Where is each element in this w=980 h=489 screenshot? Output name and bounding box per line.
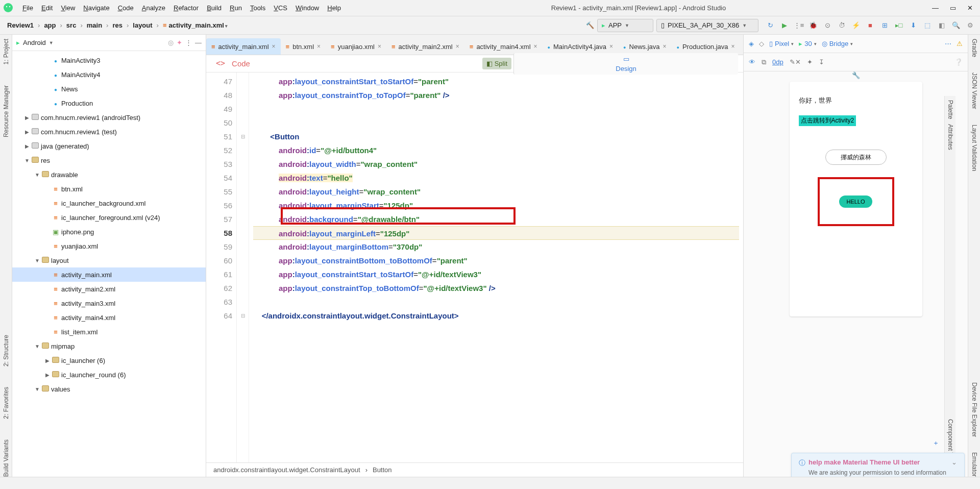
menu-window[interactable]: Window — [291, 2, 323, 14]
close-tab-icon[interactable]: × — [609, 43, 613, 50]
close-tab-icon[interactable]: × — [317, 43, 321, 50]
tree-node[interactable]: activity_main3.xml — [12, 296, 206, 310]
tree-node[interactable]: ▶java (generated) — [12, 139, 206, 153]
tree-node[interactable]: ▶com.hnucm.review1 (androidTest) — [12, 110, 206, 125]
attach-icon[interactable]: ⚡ — [851, 21, 861, 30]
gradle-tab[interactable]: Gradle — [971, 39, 978, 57]
tree-node[interactable]: ▼mipmap — [12, 339, 206, 353]
editor-tab[interactable]: activity_main2.xml× — [386, 38, 464, 55]
design-mode-button[interactable]: ▭ Design — [513, 53, 738, 75]
tree-node[interactable]: activity_main2.xml — [12, 282, 206, 296]
tree-node[interactable]: ic_launcher_foreground.xml (v24) — [12, 210, 206, 225]
more-icon[interactable]: ⋯ — [945, 40, 951, 47]
breadcrumb-item[interactable]: Review1 — [5, 20, 36, 31]
layout-validation-tab[interactable]: Layout Validation — [971, 125, 978, 171]
structure-tab[interactable]: 2: Structure — [3, 335, 10, 366]
menu-run[interactable]: Run — [226, 2, 246, 14]
editor-tab[interactable]: News.java× — [618, 38, 671, 55]
menu-tools[interactable]: Tools — [246, 2, 270, 14]
tree-node[interactable]: yuanjiao.xml — [12, 239, 206, 253]
tree-twisty-icon[interactable]: ▶ — [44, 358, 51, 363]
json-viewer-tab[interactable]: JSON Viewer — [971, 72, 978, 109]
tree-node[interactable]: iphone.png — [12, 225, 206, 239]
emulator-tab[interactable]: Emulator — [971, 452, 978, 477]
menu-refactor[interactable]: Refactor — [169, 2, 203, 14]
tree-node[interactable]: ▼drawable — [12, 167, 206, 182]
breadcrumb-item[interactable]: src — [64, 20, 79, 31]
tree-node[interactable]: Production — [12, 96, 206, 110]
close-button[interactable]: ✕ — [967, 4, 973, 12]
magnet-icon[interactable]: ⧉ — [762, 58, 766, 66]
api-picker[interactable]: ▸ 30 ▾ — [799, 40, 816, 47]
breadcrumb-item[interactable]: res — [110, 20, 125, 31]
debug-icon[interactable]: 🐞 — [808, 21, 818, 30]
close-tab-icon[interactable]: × — [731, 43, 735, 50]
sdk-icon[interactable]: ⬇ — [909, 21, 918, 30]
tree-node[interactable]: ▼layout — [12, 253, 206, 267]
coverage-icon[interactable]: ⊙ — [823, 21, 832, 30]
tree-twisty-icon[interactable]: ▼ — [34, 258, 41, 263]
editor-tab[interactable]: btn.xml× — [281, 38, 326, 55]
tree-twisty-icon[interactable]: ▶ — [44, 372, 51, 378]
tree-node[interactable]: activity_main4.xml — [12, 310, 206, 325]
collapse-icon[interactable]: ✦ — [177, 39, 182, 46]
zoom-in-icon[interactable]: ＋ — [933, 438, 939, 448]
settings-icon[interactable]: ⚙ — [966, 21, 975, 30]
run-icon[interactable]: ▶ — [780, 21, 789, 30]
options-icon[interactable]: ⋮ — [185, 39, 192, 46]
editor-tab[interactable]: activity_main4.xml× — [464, 38, 543, 55]
device-picker[interactable]: ▯ Pixel ▾ — [769, 40, 794, 47]
menu-file[interactable]: File — [18, 2, 37, 14]
menu-navigate[interactable]: Navigate — [79, 2, 113, 14]
profile-icon[interactable]: ⏱ — [837, 21, 846, 30]
project-tree[interactable]: MainActivity3MainActivity4NewsProduction… — [12, 51, 206, 477]
breadcrumbs[interactable]: Review1›app›src›main›res›layout›≡activit… — [5, 20, 586, 31]
design-canvas[interactable]: 🔧 你好，世界 点击跳转到Activity2 挪威的森林 HELLO ＋ － 🔍 — [744, 71, 968, 477]
fold-column[interactable]: ⊟⊟ — [237, 72, 249, 462]
tree-node[interactable]: ▼values — [12, 382, 206, 396]
view-icon[interactable]: 👁 — [749, 58, 755, 66]
avd-icon[interactable]: ▸□ — [894, 21, 903, 30]
device-explorer-tab[interactable]: Device File Explorer — [971, 382, 978, 437]
project-view-selector[interactable]: Android — [23, 39, 46, 46]
minimize-button[interactable]: — — [932, 4, 939, 12]
editor-tab[interactable]: Production.java× — [672, 38, 740, 55]
tree-twisty-icon[interactable]: ▶ — [23, 143, 31, 149]
search-icon[interactable]: 🔍 — [951, 21, 961, 30]
tree-node[interactable]: ic_launcher_background.xml — [12, 196, 206, 210]
tree-node[interactable]: ▶ic_launcher_round (6) — [12, 368, 206, 382]
menu-build[interactable]: Build — [203, 2, 226, 14]
attributes-tab[interactable]: Attributes — [947, 124, 954, 150]
breadcrumb-item[interactable]: ≡activity_main.xml ▾ — [161, 20, 230, 31]
editor-tab[interactable]: activity_main.xml× — [206, 38, 281, 55]
build-variants-tab[interactable]: Build Variants — [3, 439, 10, 477]
tree-twisty-icon[interactable]: ▶ — [23, 115, 31, 120]
tree-node[interactable]: News — [12, 82, 206, 96]
tree-node[interactable]: ▼res — [12, 153, 206, 167]
code-mode-button[interactable]: <> Code — [211, 54, 480, 73]
code-area[interactable]: 474849505152535455565758596061626364 ⊟⊟ … — [206, 72, 743, 462]
resource-manager-tab[interactable]: Resource Manager — [3, 85, 10, 137]
hammer-icon[interactable]: 🔨 — [586, 21, 594, 29]
palette-tab[interactable]: Palette — [947, 100, 954, 119]
editor-tab[interactable]: MainActivity4.java× — [543, 38, 619, 55]
menu-help[interactable]: Help — [323, 2, 345, 14]
breadcrumb-item[interactable]: main — [85, 20, 104, 31]
align-icon[interactable]: ↧ — [819, 58, 824, 66]
breadcrumb-item[interactable]: layout — [131, 20, 154, 31]
project-tool-tab[interactable]: 1: Project — [3, 39, 10, 65]
tree-node[interactable]: list_item.xml — [12, 325, 206, 339]
tree-twisty-icon[interactable]: ▼ — [34, 344, 41, 349]
menu-view[interactable]: View — [57, 2, 79, 14]
chevron-down-icon[interactable]: ⌄ — [951, 458, 957, 466]
debug-step-icon[interactable]: ⋮≡ — [794, 21, 803, 30]
theme-picker[interactable]: ◎ Bridge ▾ — [822, 40, 853, 47]
rotate-icon[interactable]: ◇ — [759, 40, 764, 47]
dp-value[interactable]: 0dp — [772, 58, 783, 66]
resource-icon[interactable]: ⬚ — [923, 21, 932, 30]
stop-icon[interactable]: ■ — [866, 21, 875, 30]
maximize-button[interactable]: ▭ — [950, 4, 956, 12]
sparkle-icon[interactable]: ✦ — [807, 58, 813, 66]
menu-edit[interactable]: Edit — [37, 2, 57, 14]
target-icon[interactable]: ◎ — [168, 39, 174, 46]
